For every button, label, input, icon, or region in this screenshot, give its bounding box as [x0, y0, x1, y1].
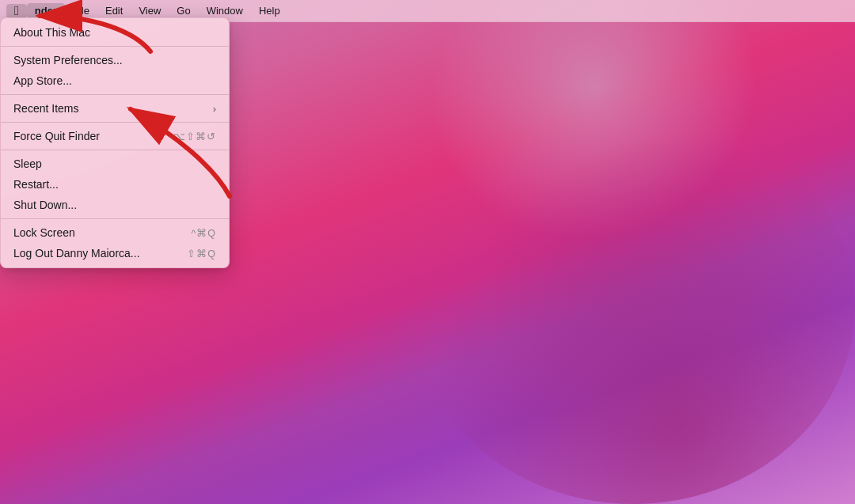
divider-1	[1, 46, 229, 47]
menu-item-app-store[interactable]: App Store...	[1, 70, 229, 91]
menu-item-shut-down[interactable]: Shut Down...	[1, 195, 229, 215]
menu-item-sleep[interactable]: Sleep	[1, 153, 229, 174]
divider-2	[1, 94, 229, 95]
menubar-help[interactable]: Help	[251, 3, 288, 18]
divider-3	[1, 122, 229, 123]
force-quit-shortcut: ⌥⇧⌘↺	[173, 131, 216, 142]
menubar-edit[interactable]: Edit	[97, 3, 131, 18]
menu-item-restart[interactable]: Restart...	[1, 174, 229, 195]
menubar-go[interactable]: Go	[169, 3, 198, 18]
menubar-window[interactable]: Window	[199, 3, 251, 18]
apple-menu-item[interactable]: 	[6, 4, 27, 18]
divider-4	[1, 150, 229, 150]
log-out-shortcut: ⇧⌘Q	[187, 248, 216, 260]
menubar-finder[interactable]: nder	[27, 3, 65, 18]
menu-item-log-out[interactable]: Log Out Danny Maiorca... ⇧⌘Q	[1, 243, 229, 263]
menu-item-force-quit[interactable]: Force Quit Finder ⌥⇧⌘↺	[1, 126, 229, 146]
apple-dropdown-menu: About This Mac System Preferences... App…	[0, 17, 230, 268]
menubar-file[interactable]: File	[65, 3, 97, 18]
lock-screen-shortcut: ^⌘Q	[191, 227, 216, 239]
menu-item-lock-screen[interactable]: Lock Screen ^⌘Q	[1, 222, 229, 243]
menu-item-recent-items[interactable]: Recent Items ›	[1, 98, 229, 119]
menu-item-system-preferences[interactable]: System Preferences...	[1, 50, 229, 70]
menu-item-about[interactable]: About This Mac	[1, 22, 229, 43]
submenu-arrow-icon: ›	[213, 103, 216, 115]
divider-5	[1, 218, 229, 219]
menubar-view[interactable]: View	[131, 3, 169, 18]
